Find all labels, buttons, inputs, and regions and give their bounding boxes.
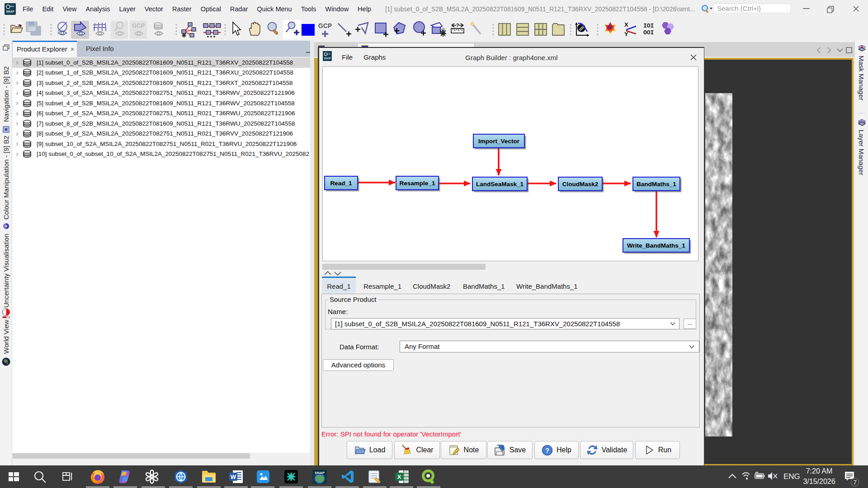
svg-text:X: X: [397, 474, 401, 480]
svg-text:3/15/2026: 3/15/2026: [803, 478, 835, 485]
svg-text:IOI: IOI: [643, 23, 654, 29]
svg-text:BandMaths_1: BandMaths_1: [637, 181, 676, 188]
svg-text:7:20 AM: 7:20 AM: [806, 467, 833, 475]
svg-text:X: X: [624, 21, 628, 28]
svg-text:7: 7: [853, 479, 856, 486]
svg-text:GCP: GCP: [318, 22, 332, 29]
svg-text:Write_BandMaths_1: Write_BandMaths_1: [627, 242, 685, 249]
svg-text:GCP: GCP: [132, 22, 145, 29]
svg-text:W: W: [231, 474, 236, 480]
svg-text:SNAP: SNAP: [315, 471, 325, 475]
svg-text:LandSeaMask_1: LandSeaMask_1: [476, 181, 524, 188]
svg-text:OOI: OOI: [643, 29, 654, 36]
svg-text:Import_Vector: Import_Vector: [478, 138, 520, 145]
svg-text:SNAP: SNAP: [6, 10, 14, 13]
svg-text:?: ?: [545, 446, 549, 454]
svg-text:Read_1: Read_1: [330, 180, 352, 187]
svg-text:?: ?: [456, 23, 459, 28]
svg-text:Resample_1: Resample_1: [400, 180, 435, 187]
svg-text:ENG: ENG: [783, 472, 800, 481]
svg-text:CloudMask2: CloudMask2: [562, 181, 599, 188]
